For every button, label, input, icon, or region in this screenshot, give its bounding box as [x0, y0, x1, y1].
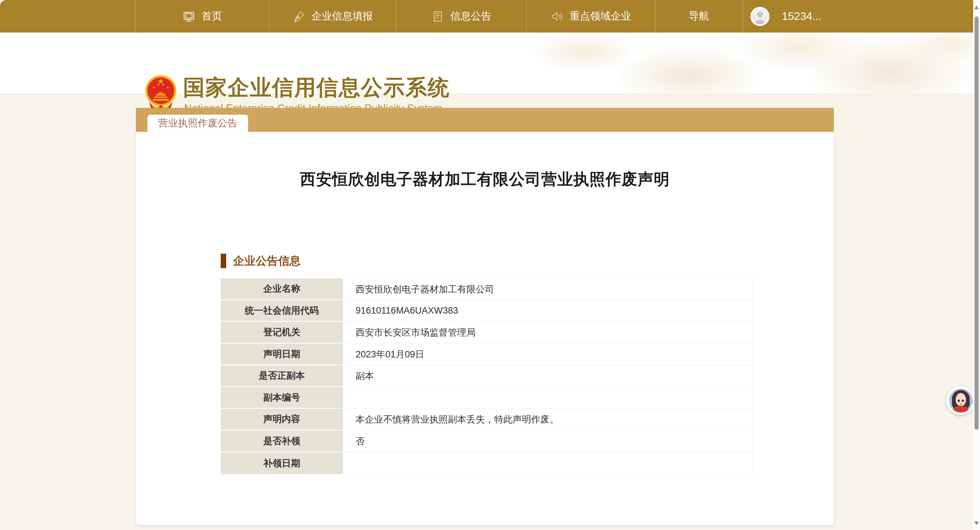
scrollbar-thumb[interactable] [975, 16, 978, 430]
tab-business-license-cancellation[interactable]: 营业执照作废公告 [148, 115, 248, 132]
scroll-up-icon[interactable] [974, 5, 979, 9]
nav-user-label: 15234... [782, 10, 822, 22]
table-row: 登记机关 西安市长安区市场监督管理局 [221, 322, 753, 344]
header-watermark [515, 32, 973, 94]
row-label: 登记机关 [221, 322, 344, 344]
nav-item-enterprise-filing[interactable]: 企业信息填报 [269, 0, 396, 32]
table-row: 声明内容 本企业不慎将营业执照副本丢失，特此声明作废。 [221, 409, 753, 431]
document-title: 西安恒欣创电子器材加工有限公司营业执照作废声明 [136, 169, 834, 190]
user-avatar-icon [750, 7, 770, 26]
table-row: 副本编号 [221, 387, 753, 409]
row-value: 副本 [344, 365, 753, 387]
content-panel: 西安恒欣创电子器材加工有限公司营业执照作废声明 企业公告信息 企业名称 西安恒欣… [136, 132, 834, 525]
row-value: 本企业不慎将营业执照副本丢失，特此声明作废。 [344, 409, 753, 431]
table-row: 统一社会信用代码 91610116MA6UAXW383 [221, 300, 753, 322]
assistant-widget-button[interactable] [947, 386, 975, 415]
vertical-scrollbar[interactable] [973, 0, 980, 530]
table-row: 声明日期 2023年01月09日 [221, 344, 753, 366]
nav-item-label: 信息公告 [450, 9, 492, 23]
announcement-info-table: 企业名称 西安恒欣创电子器材加工有限公司 统一社会信用代码 91610116MA… [221, 278, 753, 474]
row-label: 企业名称 [221, 278, 344, 300]
site-title-chinese: 国家企业信用信息公示系统 [183, 73, 450, 102]
navbar-spacer [0, 0, 135, 32]
row-label: 声明日期 [221, 344, 344, 366]
tab-label: 营业执照作废公告 [158, 117, 237, 130]
row-label: 声明内容 [221, 409, 344, 431]
top-navbar: 首页 企业信息填报 信息公告 [0, 0, 973, 32]
assistant-avatar-icon [949, 389, 973, 413]
section-title: 企业公告信息 [233, 253, 301, 269]
megaphone-icon [550, 10, 563, 23]
nav-user-account[interactable]: 15234... [743, 0, 973, 32]
row-label: 副本编号 [221, 387, 344, 409]
nav-item-label: 企业信息填报 [311, 9, 373, 23]
row-label: 补领日期 [221, 452, 344, 474]
row-label: 是否正副本 [221, 365, 344, 387]
row-value: 西安恒欣创电子器材加工有限公司 [344, 278, 753, 300]
nav-item-label: 首页 [202, 9, 222, 23]
row-value: 2023年01月09日 [344, 344, 753, 366]
monitor-icon [182, 10, 196, 23]
scroll-down-icon[interactable] [974, 522, 979, 525]
section-header: 企业公告信息 [221, 253, 301, 268]
bulletin-icon [431, 10, 444, 23]
row-label: 统一社会信用代码 [221, 300, 344, 322]
table-row: 企业名称 西安恒欣创电子器材加工有限公司 [221, 278, 753, 300]
section-accent-bar [221, 254, 226, 268]
nav-item-announcements[interactable]: 信息公告 [396, 0, 526, 32]
table-row: 补领日期 [221, 452, 753, 474]
row-value: 91610116MA6UAXW383 [344, 300, 753, 322]
nav-item-label: 重点领域企业 [570, 9, 631, 23]
table-row: 是否正副本 副本 [221, 365, 753, 387]
row-value [344, 387, 753, 409]
table-row: 是否补领 否 [221, 431, 753, 453]
row-value [344, 452, 753, 474]
nav-item-key-field-enterprises[interactable]: 重点领域企业 [526, 0, 655, 32]
row-value: 西安市长安区市场监督管理局 [344, 322, 753, 344]
nav-item-home[interactable]: 首页 [135, 0, 269, 32]
nav-item-navigation[interactable]: 导航 [655, 0, 743, 32]
tab-strip: 营业执照作废公告 [136, 108, 834, 132]
site-header: 国家企业信用信息公示系统 National Enterprise Credit … [0, 32, 973, 94]
pen-icon [292, 10, 305, 23]
row-label: 是否补领 [221, 431, 344, 453]
nav-item-label: 导航 [689, 9, 710, 23]
row-value: 否 [344, 431, 753, 453]
